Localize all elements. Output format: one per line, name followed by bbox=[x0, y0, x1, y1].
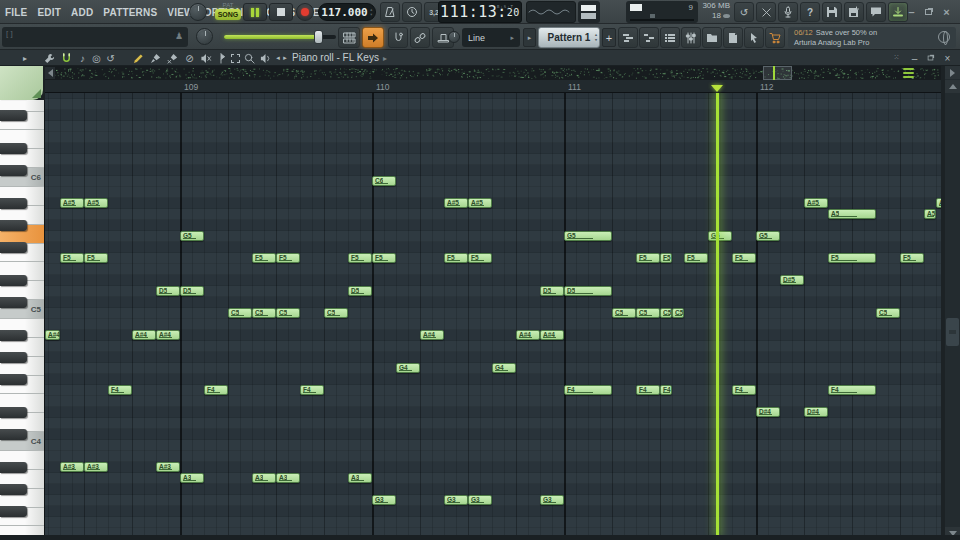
scrollbar-thumb[interactable] bbox=[946, 318, 959, 346]
undo-history-icon[interactable]: ↺ bbox=[734, 2, 754, 22]
note-F5[interactable]: F5 bbox=[732, 253, 756, 263]
preview-scroll-left-button[interactable] bbox=[45, 67, 55, 79]
note-As4[interactable]: A#4 bbox=[420, 330, 444, 340]
shuffle-knob[interactable] bbox=[196, 28, 213, 45]
black-key[interactable] bbox=[0, 407, 27, 418]
mute-tool-icon[interactable]: ⊘ bbox=[183, 51, 196, 65]
note-F4[interactable]: F4 bbox=[828, 385, 876, 395]
note-G3[interactable]: G3 bbox=[444, 495, 468, 505]
note-F5[interactable]: F5 bbox=[276, 253, 300, 263]
typing-keyboard-icon[interactable] bbox=[338, 27, 360, 48]
delete-brush-icon[interactable] bbox=[165, 51, 181, 65]
black-key[interactable] bbox=[0, 374, 27, 385]
menu-item-patterns[interactable]: PATTERNS bbox=[103, 7, 157, 18]
black-key[interactable] bbox=[0, 429, 27, 440]
promo-notification[interactable]: 06/12Save over 50% on Arturia Analog Lab… bbox=[788, 27, 956, 48]
cross-arrows-icon[interactable] bbox=[756, 2, 776, 22]
auto-scroll-button[interactable] bbox=[362, 27, 384, 48]
note-As4[interactable]: A#4 bbox=[516, 330, 540, 340]
black-key[interactable] bbox=[0, 110, 27, 121]
detach-icon[interactable]: ⁙ bbox=[890, 51, 904, 65]
note-F5[interactable]: F5 bbox=[660, 253, 672, 263]
note-F5[interactable]: F5 bbox=[372, 253, 396, 263]
note-As3[interactable]: A#3 bbox=[84, 462, 108, 472]
note-As4[interactable]: A#4 bbox=[45, 330, 60, 340]
snap-knob[interactable] bbox=[448, 31, 460, 43]
note-F5[interactable]: F5 bbox=[468, 253, 492, 263]
main-volume-knob[interactable] bbox=[189, 3, 207, 21]
note-C5[interactable]: C5 bbox=[636, 308, 660, 318]
restore-button[interactable] bbox=[922, 5, 935, 18]
menu-item-add[interactable]: ADD bbox=[71, 7, 93, 18]
note-A3[interactable]: A3 bbox=[276, 473, 300, 483]
tempo-display[interactable]: 117.000 ▴▾ bbox=[318, 3, 376, 21]
wait-for-input-icon[interactable] bbox=[402, 2, 422, 22]
note-As4[interactable]: A#4 bbox=[156, 330, 180, 340]
browser-icon[interactable] bbox=[702, 27, 722, 48]
plugin-picker-icon[interactable] bbox=[723, 27, 743, 48]
note-D5[interactable]: D5 bbox=[348, 286, 372, 296]
scroll-right-button[interactable] bbox=[945, 66, 960, 79]
mute-speaker-icon[interactable] bbox=[198, 51, 213, 65]
note-G5[interactable]: G5 bbox=[756, 231, 780, 241]
black-key[interactable] bbox=[0, 330, 27, 341]
black-key[interactable] bbox=[0, 275, 27, 286]
white-key[interactable] bbox=[0, 526, 45, 535]
note-As5[interactable]: A#5 bbox=[84, 198, 108, 208]
master-pitch-slider[interactable] bbox=[224, 35, 336, 39]
note-D5[interactable]: D5 bbox=[156, 286, 180, 296]
note-F4[interactable]: F4 bbox=[660, 385, 672, 395]
note-F4[interactable]: F4 bbox=[108, 385, 132, 395]
note-As5[interactable]: A#5 bbox=[444, 198, 468, 208]
playlist-icon[interactable] bbox=[618, 27, 638, 48]
note-Ds4[interactable]: D#4 bbox=[756, 407, 780, 417]
oscilloscope-panel[interactable] bbox=[526, 1, 576, 23]
note-A3[interactable]: A3 bbox=[180, 473, 204, 483]
black-key[interactable] bbox=[0, 297, 27, 308]
undo-icon[interactable]: ↺ bbox=[104, 51, 117, 65]
note-As3[interactable]: A#3 bbox=[60, 462, 84, 472]
mixer-icon[interactable] bbox=[681, 27, 701, 48]
note-F5[interactable]: F5 bbox=[444, 253, 468, 263]
pat-song-toggle[interactable]: PAT SONG bbox=[215, 1, 241, 23]
menu-item-edit[interactable]: EDIT bbox=[37, 7, 61, 18]
minimize-button[interactable]: – bbox=[905, 5, 918, 18]
piano-roll-menu-arrow[interactable]: ▸ bbox=[20, 51, 30, 65]
note-F5[interactable]: F5 bbox=[60, 253, 84, 263]
metronome-icon[interactable] bbox=[380, 2, 400, 22]
black-key[interactable] bbox=[0, 220, 27, 231]
note-As5[interactable]: A#5 bbox=[468, 198, 492, 208]
black-key[interactable] bbox=[0, 462, 27, 473]
stamp-note-icon[interactable]: ♪ bbox=[77, 51, 88, 65]
note-F4[interactable]: F4 bbox=[636, 385, 660, 395]
black-key[interactable] bbox=[0, 165, 27, 176]
snap-magnet-icon[interactable] bbox=[59, 51, 74, 65]
note-D5[interactable]: D5 bbox=[564, 286, 612, 296]
scroll-up-button[interactable] bbox=[945, 80, 960, 93]
pattern-selector[interactable]: Pattern 1 ▴▾ bbox=[538, 27, 600, 48]
note-D5[interactable]: D5 bbox=[540, 286, 564, 296]
slice-tool-icon[interactable] bbox=[215, 51, 227, 65]
note-C5[interactable]: C5 bbox=[876, 308, 900, 318]
slider-thumb[interactable] bbox=[314, 30, 323, 44]
snap-selector[interactable]: Line ▸ bbox=[462, 28, 520, 47]
note-C5[interactable]: C5 bbox=[672, 308, 684, 318]
time-display[interactable]: 111:13:20 B:S:T bbox=[438, 1, 522, 23]
note-G5[interactable]: G5 bbox=[708, 231, 732, 241]
timeline-ruler[interactable]: 109110111112 bbox=[45, 80, 941, 93]
note-F5[interactable]: F5 bbox=[636, 253, 660, 263]
close-button[interactable]: × bbox=[940, 5, 953, 18]
note-G4[interactable]: G4 bbox=[492, 363, 516, 373]
playback-tool-icon[interactable] bbox=[258, 51, 272, 65]
prev-next-icon[interactable]: ◄► bbox=[274, 51, 290, 65]
note-G5[interactable]: G5 bbox=[564, 231, 612, 241]
channel-rack-icon[interactable] bbox=[660, 27, 680, 48]
note-Ds4[interactable]: D#4 bbox=[804, 407, 828, 417]
piano-roll-close[interactable]: × bbox=[941, 51, 954, 65]
preview-keyboard-pad[interactable] bbox=[0, 66, 43, 100]
help-icon[interactable]: ? bbox=[800, 2, 820, 22]
quantize-target-icon[interactable]: ◎ bbox=[90, 51, 103, 65]
note-C5[interactable]: C5 bbox=[660, 308, 672, 318]
note-As4[interactable]: A#4 bbox=[540, 330, 564, 340]
note-F5[interactable]: F5 bbox=[828, 253, 876, 263]
